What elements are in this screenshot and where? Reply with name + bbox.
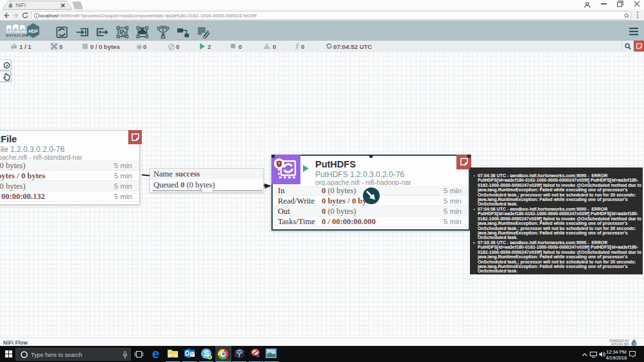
svg-text:HDF: HDF [28, 29, 38, 33]
svg-text:4/19/2018: 4/19/2018 [606, 355, 627, 361]
svg-text:12:34 PM: 12:34 PM [606, 349, 626, 355]
